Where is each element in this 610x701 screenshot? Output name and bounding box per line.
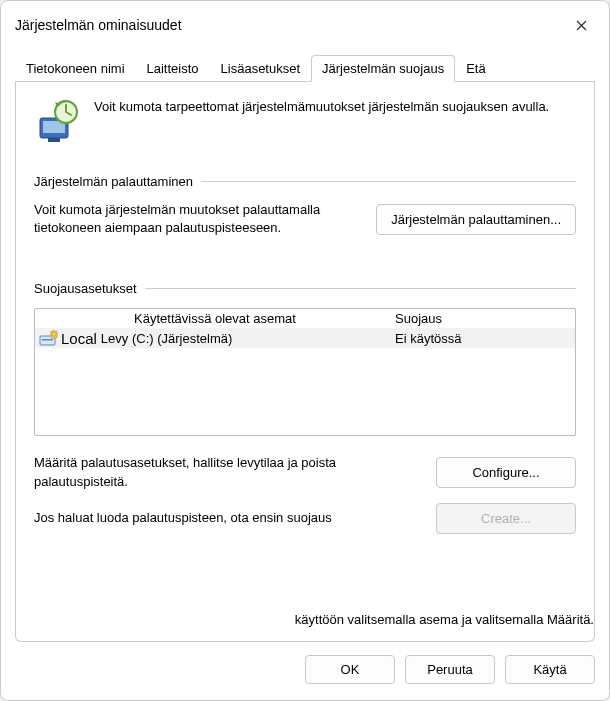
tab-remote[interactable]: Etä (455, 55, 497, 82)
close-icon (576, 20, 587, 31)
configure-description: Määritä palautusasetukset, hallitse levy… (34, 454, 424, 490)
tabs: Tietokoneen nimi Laitteisto Lisäasetukse… (1, 47, 609, 82)
divider (201, 181, 576, 182)
close-button[interactable] (567, 11, 595, 39)
titlebar: Järjestelmän ominaisuudet (1, 1, 609, 47)
tab-hardware[interactable]: Laitteisto (136, 55, 210, 82)
col-protection: Suojaus (395, 311, 575, 326)
restore-description: Voit kumota järjestelmän muutokset palau… (34, 201, 364, 237)
tab-advanced[interactable]: Lisäasetukset (210, 55, 312, 82)
drive-row[interactable]: Local Levy (C:) (Järjestelmä) Ei käytöss… (35, 328, 575, 348)
tab-computer-name[interactable]: Tietokoneen nimi (15, 55, 136, 82)
window-title: Järjestelmän ominaisuudet (15, 17, 182, 33)
system-restore-icon (34, 98, 82, 146)
intro-text: Voit kumota tarpeettomat järjestelmämuut… (94, 98, 549, 116)
dialog-buttons: OK Peruuta Käytä (305, 655, 595, 684)
drive-icon (39, 329, 59, 347)
drive-protection-status: Ei käytössä (395, 331, 571, 346)
configure-button[interactable]: Configure... (436, 457, 576, 488)
svg-rect-5 (42, 339, 53, 341)
tab-panel-protection: Voit kumota tarpeettomat järjestelmämuut… (15, 82, 595, 642)
create-button: Create... (436, 503, 576, 534)
create-note: käyttöön valitsemalla asema ja valitsema… (52, 612, 594, 627)
drives-header: Käytettävissä olevat asemat Suojaus (35, 309, 575, 328)
tab-system-protection[interactable]: Järjestelmän suojaus (311, 55, 455, 82)
col-available-drives: Käytettävissä olevat asemat (35, 311, 395, 326)
drive-local-label: Local (61, 330, 97, 347)
create-description: Jos haluat luoda palautuspisteen, ota en… (34, 509, 424, 527)
ok-button[interactable]: OK (305, 655, 395, 684)
restore-heading: Järjestelmän palauttaminen (34, 174, 193, 189)
system-properties-window: Järjestelmän ominaisuudet Tietokoneen ni… (0, 0, 610, 701)
protection-heading: Suojausasetukset (34, 281, 137, 296)
drives-list[interactable]: Käytettävissä olevat asemat Suojaus Loca… (34, 308, 576, 436)
system-restore-button[interactable]: Järjestelmän palauttaminen... (376, 204, 576, 235)
apply-button[interactable]: Käytä (505, 655, 595, 684)
cancel-button[interactable]: Peruuta (405, 655, 495, 684)
divider (145, 288, 576, 289)
drive-name: Levy (C:) (Järjestelmä) (101, 331, 395, 346)
svg-rect-2 (48, 138, 60, 142)
